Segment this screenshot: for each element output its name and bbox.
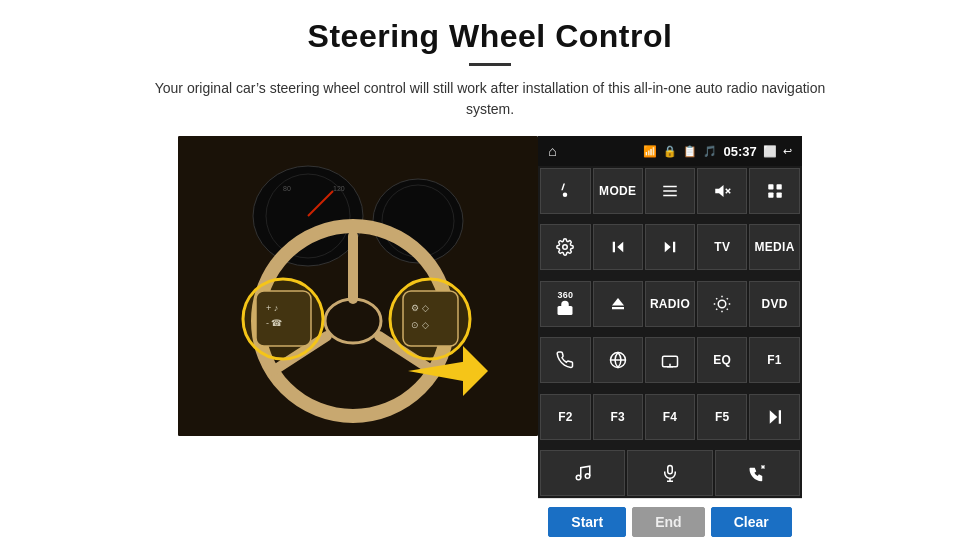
bottom-button-grid xyxy=(538,450,801,498)
svg-rect-29 xyxy=(776,184,781,189)
svg-marker-33 xyxy=(617,242,623,253)
radio-button[interactable]: RADIO xyxy=(645,281,695,327)
media-button[interactable]: MEDIA xyxy=(749,224,799,270)
mode-button[interactable]: MODE xyxy=(593,168,643,214)
status-bar: ⌂ 📶 🔒 📋 🎵 05:37 ⬜ ↩ xyxy=(538,136,801,166)
mute-button[interactable] xyxy=(697,168,747,214)
control-panel-area: ⌂ 📶 🔒 📋 🎵 05:37 ⬜ ↩ xyxy=(538,136,801,544)
svg-text:120: 120 xyxy=(333,185,345,192)
svg-marker-54 xyxy=(769,410,777,424)
phone-end-button[interactable] xyxy=(715,450,800,496)
svg-rect-39 xyxy=(612,307,624,309)
tv-button[interactable]: TV xyxy=(697,224,747,270)
svg-point-57 xyxy=(585,474,590,479)
music-button[interactable] xyxy=(540,450,625,496)
svg-rect-28 xyxy=(768,184,773,189)
prev-button[interactable] xyxy=(593,224,643,270)
browser-button[interactable] xyxy=(593,337,643,383)
svg-line-43 xyxy=(716,298,717,299)
brightness-button[interactable] xyxy=(697,281,747,327)
clear-button[interactable]: Clear xyxy=(711,507,792,537)
svg-point-21 xyxy=(563,193,568,198)
mic-button[interactable] xyxy=(627,450,712,496)
svg-point-56 xyxy=(576,475,581,480)
button-grid: MODE xyxy=(538,166,801,450)
svg-point-40 xyxy=(719,300,727,308)
back-icon[interactable]: ↩ xyxy=(783,145,792,158)
f3-button[interactable]: F3 xyxy=(593,394,643,440)
f1-button[interactable]: F1 xyxy=(749,337,799,383)
svg-rect-37 xyxy=(558,306,573,315)
status-icons: 📶 🔒 📋 🎵 05:37 ⬜ ↩ xyxy=(643,144,791,159)
svg-rect-22 xyxy=(663,186,677,188)
title-divider xyxy=(469,63,511,66)
screen-mode-button[interactable] xyxy=(645,337,695,383)
svg-point-32 xyxy=(563,245,568,250)
svg-marker-35 xyxy=(665,242,671,253)
control-panel: ⌂ 📶 🔒 📋 🎵 05:37 ⬜ ↩ xyxy=(538,136,801,498)
grid-button[interactable] xyxy=(749,168,799,214)
svg-marker-38 xyxy=(612,298,624,306)
svg-rect-58 xyxy=(668,466,673,474)
screen-icon[interactable]: ⬜ xyxy=(763,145,777,158)
360-button[interactable]: 360 xyxy=(540,281,590,327)
svg-marker-25 xyxy=(716,185,724,197)
wifi-icon: 📶 xyxy=(643,145,657,158)
nav-button[interactable] xyxy=(540,168,590,214)
svg-line-44 xyxy=(727,309,728,310)
end-button[interactable]: End xyxy=(632,507,704,537)
svg-point-20 xyxy=(390,279,470,359)
home-icon[interactable]: ⌂ xyxy=(548,143,556,159)
settings-button[interactable] xyxy=(540,224,590,270)
card-icon: 📋 xyxy=(683,145,697,158)
f2-button[interactable]: F2 xyxy=(540,394,590,440)
eject-button[interactable] xyxy=(593,281,643,327)
bt-icon: 🎵 xyxy=(703,145,717,158)
main-row: 80 120 + ♪ xyxy=(178,136,801,544)
phone-button[interactable] xyxy=(540,337,590,383)
svg-rect-23 xyxy=(663,190,677,192)
svg-line-47 xyxy=(716,309,717,310)
action-bar: Start End Clear xyxy=(538,498,801,544)
svg-line-48 xyxy=(727,298,728,299)
f5-button[interactable]: F5 xyxy=(697,394,747,440)
steering-bg: 80 120 + ♪ xyxy=(178,136,538,436)
page-subtitle: Your original car’s steering wheel contr… xyxy=(150,78,830,120)
svg-rect-24 xyxy=(663,195,677,197)
eq-button[interactable]: EQ xyxy=(697,337,747,383)
svg-rect-31 xyxy=(776,193,781,198)
start-button[interactable]: Start xyxy=(548,507,626,537)
svg-rect-30 xyxy=(768,193,773,198)
page-container: Steering Wheel Control Your original car… xyxy=(0,0,980,544)
lock-icon: 🔒 xyxy=(663,145,677,158)
dvd-button[interactable]: DVD xyxy=(749,281,799,327)
svg-point-19 xyxy=(243,279,323,359)
svg-rect-34 xyxy=(612,242,614,253)
list-button[interactable] xyxy=(645,168,695,214)
svg-rect-36 xyxy=(673,242,675,253)
page-title: Steering Wheel Control xyxy=(308,18,673,55)
f4-button[interactable]: F4 xyxy=(645,394,695,440)
steering-wheel-image: 80 120 + ♪ xyxy=(178,136,538,436)
play-pause-button[interactable] xyxy=(749,394,799,440)
next-button[interactable] xyxy=(645,224,695,270)
svg-text:80: 80 xyxy=(283,185,291,192)
svg-rect-55 xyxy=(778,410,780,424)
svg-point-9 xyxy=(325,299,381,343)
status-time: 05:37 xyxy=(723,144,756,159)
